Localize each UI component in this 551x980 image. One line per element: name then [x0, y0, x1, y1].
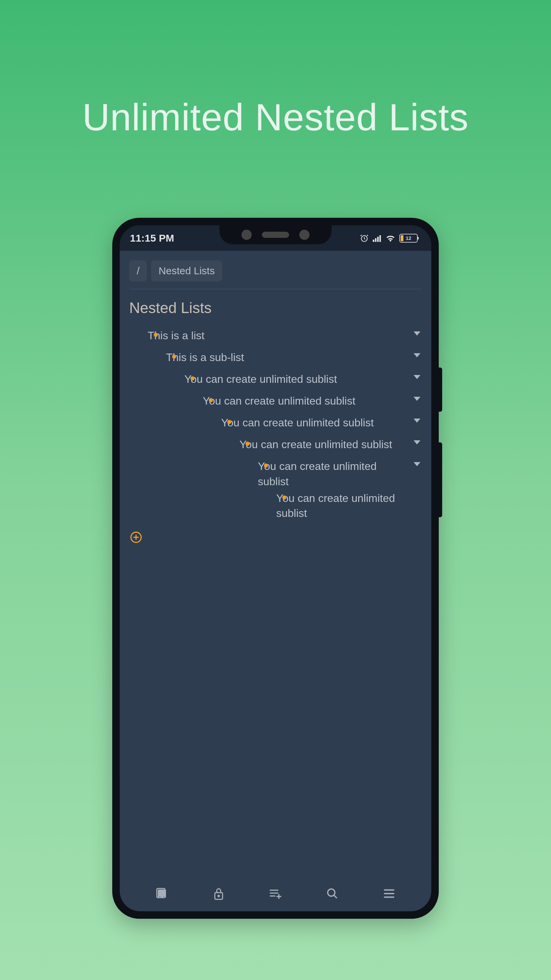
alarm-icon — [360, 234, 369, 243]
display-notch — [219, 225, 332, 244]
bullet-icon — [246, 442, 250, 446]
list-item[interactable]: You can create unlimited sublistYou can … — [221, 437, 422, 521]
add-item-button[interactable] — [130, 531, 142, 543]
page-content: Nested Lists This is a listThis is a sub… — [120, 296, 431, 875]
battery-pct: 12 — [406, 235, 411, 241]
bullet-icon — [227, 420, 231, 424]
phone-screen: 11:15 PM 12 / — [120, 225, 431, 911]
speaker-icon — [262, 232, 289, 238]
list-item-text: You can create unlimited sublist — [258, 459, 422, 489]
front-camera-icon — [241, 230, 252, 240]
svg-rect-2 — [375, 238, 376, 242]
marketing-title: Unlimited Nested Lists — [0, 95, 551, 139]
chevron-down-icon[interactable] — [414, 462, 421, 466]
breadcrumb: / Nested Lists — [120, 251, 431, 289]
search-icon[interactable] — [325, 886, 340, 901]
bullet-icon — [154, 333, 158, 337]
list-item-text: This is a list — [148, 328, 422, 343]
list-item[interactable]: You can create unlimited sublistYou can … — [166, 372, 422, 521]
svg-rect-1 — [373, 240, 374, 242]
divider — [129, 289, 422, 289]
bullet-icon — [209, 398, 213, 402]
list-item[interactable]: You can create unlimited sublistYou can … — [240, 459, 422, 521]
list-item-text: This is a sub-list — [166, 350, 422, 365]
list-item-text: You can create unlimited sublist — [203, 393, 422, 409]
svg-point-8 — [218, 895, 219, 896]
list-item-text: You can create unlimited sublist — [221, 415, 422, 430]
svg-rect-4 — [380, 235, 381, 242]
breadcrumb-current[interactable]: Nested Lists — [151, 260, 222, 282]
library-icon[interactable] — [155, 886, 169, 901]
bullet-icon — [264, 463, 268, 468]
list-item-text: You can create unlimited sublist — [276, 491, 422, 521]
signal-icon — [373, 234, 382, 242]
chevron-down-icon[interactable] — [414, 440, 421, 444]
power-button — [439, 442, 442, 517]
list-item[interactable]: You can create unlimited sublistYou can … — [203, 415, 422, 521]
list-item-text: You can create unlimited sublist — [184, 372, 422, 387]
phone-frame: 11:15 PM 12 / — [112, 218, 439, 919]
list-item[interactable]: You can create unlimited sublist — [258, 491, 422, 521]
lock-icon[interactable] — [211, 886, 226, 901]
list-item-text: You can create unlimited sublist — [240, 437, 422, 452]
playlist-add-icon[interactable] — [268, 886, 283, 901]
breadcrumb-root[interactable]: / — [129, 260, 147, 282]
svg-rect-3 — [377, 237, 379, 242]
bullet-icon — [191, 376, 195, 380]
list-root: This is a listThis is a sub-listYou can … — [129, 328, 422, 521]
list-item[interactable]: This is a sub-listYou can create unlimit… — [148, 350, 422, 521]
bullet-icon — [282, 495, 286, 500]
page-title: Nested Lists — [129, 299, 422, 317]
sensor-icon — [299, 230, 310, 240]
list-item[interactable]: This is a listThis is a sub-listYou can … — [129, 328, 422, 521]
wifi-icon — [386, 234, 395, 242]
chevron-down-icon[interactable] — [414, 331, 421, 336]
bullet-icon — [172, 355, 176, 359]
chevron-down-icon[interactable] — [414, 375, 421, 379]
chevron-down-icon[interactable] — [414, 418, 421, 423]
svg-point-9 — [328, 889, 335, 896]
clock-time: 11:15 PM — [130, 232, 174, 244]
battery-icon: 12 — [399, 234, 418, 243]
chevron-down-icon[interactable] — [414, 397, 421, 401]
bottom-nav — [120, 875, 431, 911]
list-item[interactable]: You can create unlimited sublistYou can … — [184, 393, 422, 521]
menu-icon[interactable] — [382, 886, 396, 901]
chevron-down-icon[interactable] — [414, 353, 421, 357]
volume-button — [439, 368, 442, 412]
